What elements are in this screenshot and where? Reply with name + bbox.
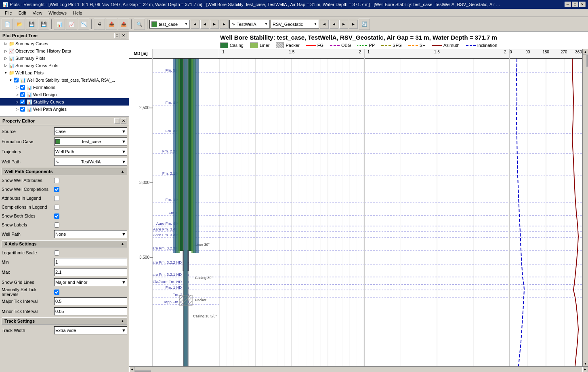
nav-fwd2[interactable]: ► [220,20,229,29]
trajectory-dropdown[interactable]: Well Path ▼ [54,148,127,156]
toolbar-plot3[interactable]: 📉 [78,19,89,30]
comp-legend-checkbox[interactable] [54,205,59,210]
scroll-left-arrow[interactable]: ◄ [129,367,135,372]
toolbar-export2[interactable]: 📤 [118,19,129,30]
project-tree-float[interactable]: □ [114,33,120,38]
show-well-attr-checkbox[interactable] [54,178,59,183]
well-path2-dropdown[interactable]: None ▼ [54,230,127,238]
nav-fwd4[interactable]: ► [349,20,358,29]
tree-item-cross-plots[interactable]: ▷ 📊 Summary Cross Plots [0,62,129,69]
tree-item-summary-plots[interactable]: ▷ 📊 Summary Plots [0,55,129,62]
tree-item-stability[interactable]: ▷ 📊 Stability Curves [0,98,129,106]
major-tick-input[interactable] [54,297,127,305]
expand-icon[interactable]: ▷ [15,107,19,111]
expand-icon[interactable]: ▷ [3,49,8,53]
tree-item-well-path-angles[interactable]: ▷ 📊 Well Path Angles [0,106,129,113]
expand-icon[interactable]: ▾ [3,71,8,75]
x-max-input[interactable] [54,268,127,276]
nav-back4[interactable]: ◄ [330,20,338,29]
well-dropdown[interactable]: ∿ TestWellA ▼ [229,20,270,29]
bottom-scrollbar[interactable]: ◄ ► [129,366,588,372]
sim-dropdown[interactable]: RSV_Geostatic ▼ [271,20,319,29]
expand-icon[interactable]: ▷ [3,42,8,46]
svg-text:2,500: 2,500 [139,106,149,110]
nav-fwd3[interactable]: ► [339,20,348,29]
expand-icon[interactable]: ▷ [15,85,19,89]
toolbar-save2[interactable]: 💾 [38,19,49,30]
show-well-comp-label: Show Well Completions [2,187,54,192]
toolbar-plot2[interactable]: 📈 [66,19,77,30]
tree-item-summary-cases[interactable]: ▷ 📁 Summary Cases [0,40,129,47]
toolbar-new[interactable]: 📄 [2,19,13,30]
section-collapse[interactable]: ▲ [121,319,124,323]
close-button[interactable]: ✕ [579,2,586,7]
menu-edit[interactable]: Edit [15,10,29,16]
toolbar-search[interactable]: 🔍 [134,19,145,30]
expand-icon[interactable]: ▷ [3,56,8,60]
attr-legend-checkbox[interactable] [54,196,59,201]
right-scrollbar[interactable]: ▲ ▼ [582,49,588,366]
expand-icon[interactable]: ▷ [15,93,19,97]
prop-editor-float[interactable]: □ [114,118,120,124]
stability-checkbox[interactable] [20,99,25,104]
nav-fwd1[interactable]: ► [210,20,219,29]
x-min-input[interactable] [54,258,127,266]
menu-view[interactable]: View [29,10,46,16]
nav-back1[interactable]: ◄ [191,20,200,29]
toolbar-plot1[interactable]: 📊 [54,19,65,30]
nav-back2[interactable]: ◄ [200,20,209,29]
log-scale-checkbox[interactable] [54,250,59,256]
expand-icon[interactable]: ▷ [3,63,8,68]
case-dropdown[interactable]: test_case ▼ [149,20,190,29]
source-dropdown[interactable]: Case ▼ [54,127,127,135]
minor-tick-input[interactable] [54,307,127,315]
legend-fg: FG [306,43,323,48]
track-width-dropdown[interactable]: Extra wide ▼ [54,326,127,334]
formations-checkbox[interactable] [20,85,25,90]
section-collapse[interactable]: ▲ [121,169,124,173]
toolbar-open[interactable]: 📂 [14,19,25,30]
minimize-button[interactable]: ─ [565,2,571,7]
scroll-down-arrow[interactable]: ▼ [583,361,588,366]
tree-item-formations[interactable]: ▷ 📊 Formations [0,84,129,91]
toolbar-save[interactable]: 💾 [26,19,37,30]
wbs-checkbox[interactable] [14,78,19,82]
scroll-up-arrow[interactable]: ▲ [583,49,588,55]
formation-case-dropdown[interactable]: test_case ▼ [54,137,127,146]
manual-tick-checkbox[interactable] [54,290,59,295]
dropdown-arrow: ▼ [122,280,126,285]
tree-item-wbs[interactable]: ▾ 📊 Well Bore Stability: test_case, Test… [0,76,129,84]
angles-checkbox[interactable] [20,107,25,112]
show-labels-checkbox[interactable] [54,222,59,228]
show-well-comp-checkbox[interactable] [54,187,59,192]
project-tree-scroll[interactable]: ▷ 📁 Summary Cases ▷ 📈 Observed Time Hist… [0,40,129,116]
menu-windows[interactable]: Windows [45,10,70,16]
h-scroll-thumb[interactable] [135,370,151,372]
section-collapse[interactable]: ▲ [121,242,124,246]
well-path-dropdown[interactable]: ∿ TestWellA ▼ [54,158,127,166]
grid-lines-dropdown[interactable]: Major and Minor ▼ [54,278,127,286]
trajectory-value: Well Path ▼ [54,148,127,156]
maximize-button[interactable]: □ [572,2,578,7]
property-scroll[interactable]: Source Case ▼ Formation Case test [0,125,129,372]
tree-item-well-log-plots[interactable]: ▾ 📁 Well Log Plots [0,69,129,76]
menu-help[interactable]: Help [70,10,86,16]
toolbar-export[interactable]: 📤 [106,19,117,30]
project-tree-close[interactable]: ✕ [121,33,126,38]
prop-editor-close[interactable]: ✕ [121,118,126,124]
toolbar-print[interactable]: 🖨 [94,19,105,30]
well-design-checkbox[interactable] [20,92,25,97]
show-both-sides-checkbox[interactable] [54,213,59,219]
tree-item-well-design[interactable]: ▷ 📊 Well Design [0,91,129,98]
scroll-thumb[interactable] [586,55,588,67]
legend-sfg: SFG [381,43,402,48]
expand-icon[interactable]: ▾ [8,78,13,82]
tree-item-observed[interactable]: ▷ 📈 Observed Time History Data [0,47,129,55]
nav-back3[interactable]: ◄ [320,20,329,29]
toolbar-refresh[interactable]: 🔄 [359,19,370,30]
scroll-right-arrow[interactable]: ► [582,367,588,372]
menu-file[interactable]: File [2,10,15,16]
log-scale-label: Logarithmic Scale [2,250,54,255]
expand-icon[interactable]: ▷ [15,100,19,104]
svg-rect-62 [173,59,176,253]
